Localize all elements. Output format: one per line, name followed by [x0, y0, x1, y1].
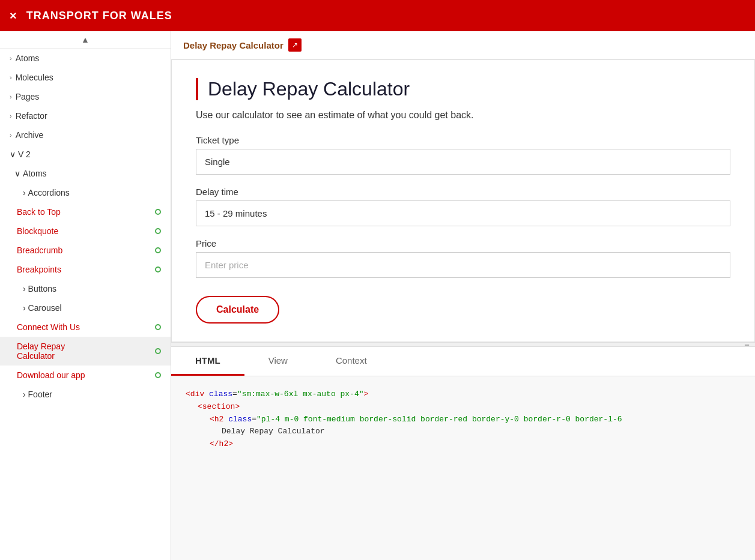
chevron-icon: ›: [10, 93, 12, 100]
status-dot: [155, 348, 161, 354]
price-input[interactable]: [196, 252, 730, 278]
code-line: <section>: [186, 401, 741, 414]
sidebar-item-back-to-top[interactable]: Back to Top: [0, 202, 171, 221]
code-area: <div class="sm:max-w-6xl mx-auto px-4"> …: [171, 376, 755, 560]
delay-time-group: Delay time 15 - 29 minutes 30 - 59 minut…: [196, 187, 730, 226]
sidebar-item-archive[interactable]: › Archive: [0, 125, 171, 145]
sidebar-item-label: Breakpoints: [17, 265, 61, 274]
breadcrumb-title: Delay Repay Calculator: [183, 40, 284, 50]
sidebar-item-label: Carousel: [28, 303, 62, 313]
calculator-subtitle: Use our calculator to see an estimate of…: [196, 110, 730, 121]
delay-time-select[interactable]: 15 - 29 minutes 30 - 59 minutes 60+ minu…: [196, 200, 730, 226]
sidebar-item-v2[interactable]: ∨ V 2: [0, 145, 171, 164]
sidebar-item-connect-with-us[interactable]: Connect With Us: [0, 318, 171, 337]
status-dot: [155, 209, 161, 215]
external-link-icon[interactable]: ↗: [288, 38, 302, 52]
sidebar-item-breakpoints[interactable]: Breakpoints: [0, 260, 171, 279]
sidebar-item-label: Refactor: [16, 111, 47, 121]
sidebar-item-refactor[interactable]: › Refactor: [0, 106, 171, 125]
code-line: </h2>: [186, 438, 741, 451]
chevron-icon: ∨: [14, 169, 20, 178]
ticket-type-select[interactable]: Single Return Season: [196, 149, 730, 175]
sidebar-item-blockquote[interactable]: Blockquote: [0, 221, 171, 241]
sidebar-item-label: Connect With Us: [17, 322, 80, 332]
sidebar-item-breadcrumb[interactable]: Breadcrumb: [0, 241, 171, 260]
sidebar-item-label: Atoms: [23, 169, 47, 178]
calculate-button[interactable]: Calculate: [196, 296, 279, 324]
sidebar-item-label: Breadcrumb: [17, 245, 62, 255]
sidebar-item-label: Delay RepayCalculator: [17, 342, 65, 361]
breadcrumb-bar: Delay Repay Calculator ↗: [171, 31, 755, 59]
chevron-icon: ›: [10, 55, 12, 62]
app-header: × TRANSPORT FOR WALES: [0, 0, 755, 31]
status-dot: [155, 266, 161, 272]
sidebar-item-label: Footer: [28, 390, 52, 399]
sidebar-item-atoms-v2[interactable]: ∨ Atoms: [0, 164, 171, 183]
app-title: TRANSPORT FOR WALES: [26, 10, 172, 22]
chevron-icon: ∨: [10, 149, 16, 159]
close-button[interactable]: ×: [10, 9, 17, 23]
sidebar-item-label: Molecules: [16, 73, 53, 82]
sidebar-item-label: V 2: [18, 149, 31, 159]
price-group: Price: [196, 238, 730, 278]
chevron-icon: ›: [23, 188, 26, 197]
chevron-icon: ›: [10, 74, 12, 81]
sidebar-item-download-app[interactable]: Download our app: [0, 366, 171, 385]
sidebar-item-label: Accordions: [28, 188, 70, 197]
calculator-heading: Delay Repay Calculator: [196, 78, 730, 100]
sidebar-item-label: Download our app: [17, 370, 85, 380]
chevron-icon: ›: [23, 284, 26, 294]
sidebar-item-label: Blockquote: [17, 226, 58, 236]
sidebar: ▲ › Atoms › Molecules › Pages › Refactor…: [0, 31, 171, 560]
sidebar-item-label: Back to Top: [17, 207, 61, 217]
code-line: <div class="sm:max-w-6xl mx-auto px-4">: [186, 388, 741, 401]
tabs-bar: HTML View Context: [171, 347, 755, 376]
resize-handle[interactable]: ═: [171, 342, 755, 347]
sidebar-item-carousel[interactable]: › Carousel: [0, 298, 171, 318]
chevron-icon: ›: [23, 390, 26, 399]
status-dot: [155, 324, 161, 330]
code-line: <h2 class="pl-4 m-0 font-medium border-s…: [186, 414, 741, 426]
sidebar-item-accordions[interactable]: › Accordions: [0, 183, 171, 202]
price-label: Price: [196, 238, 730, 248]
main-layout: ▲ › Atoms › Molecules › Pages › Refactor…: [0, 31, 755, 560]
sidebar-item-label: Buttons: [28, 284, 56, 294]
sidebar-item-delay-repay[interactable]: Delay RepayCalculator: [0, 337, 171, 366]
sidebar-item-pages[interactable]: › Pages: [0, 87, 171, 106]
code-line: Delay Repay Calculator: [186, 426, 741, 438]
ticket-type-label: Ticket type: [196, 135, 730, 145]
sidebar-item-label: Archive: [16, 130, 44, 140]
chevron-icon: ›: [23, 303, 26, 313]
status-dot: [155, 247, 161, 253]
status-dot: [155, 228, 161, 234]
sidebar-item-footer[interactable]: › Footer: [0, 385, 171, 404]
status-dot: [155, 372, 161, 378]
sidebar-item-label: Pages: [16, 92, 40, 101]
delay-time-label: Delay time: [196, 187, 730, 197]
chevron-icon: ›: [10, 112, 12, 119]
sidebar-item-molecules[interactable]: › Molecules: [0, 68, 171, 87]
chevron-icon: ›: [10, 131, 12, 139]
tab-view[interactable]: View: [244, 347, 312, 376]
content-area: Delay Repay Calculator ↗ Delay Repay Cal…: [171, 31, 755, 560]
preview-area: Delay Repay Calculator Use our calculato…: [171, 59, 755, 342]
sidebar-item-buttons[interactable]: › Buttons: [0, 279, 171, 298]
tab-context[interactable]: Context: [312, 347, 391, 376]
ticket-type-group: Ticket type Single Return Season: [196, 135, 730, 175]
tab-html[interactable]: HTML: [171, 347, 244, 376]
sidebar-item-atoms[interactable]: › Atoms: [0, 49, 171, 68]
sidebar-scroll-up[interactable]: ▲: [0, 31, 171, 49]
sidebar-item-label: Atoms: [16, 53, 40, 63]
